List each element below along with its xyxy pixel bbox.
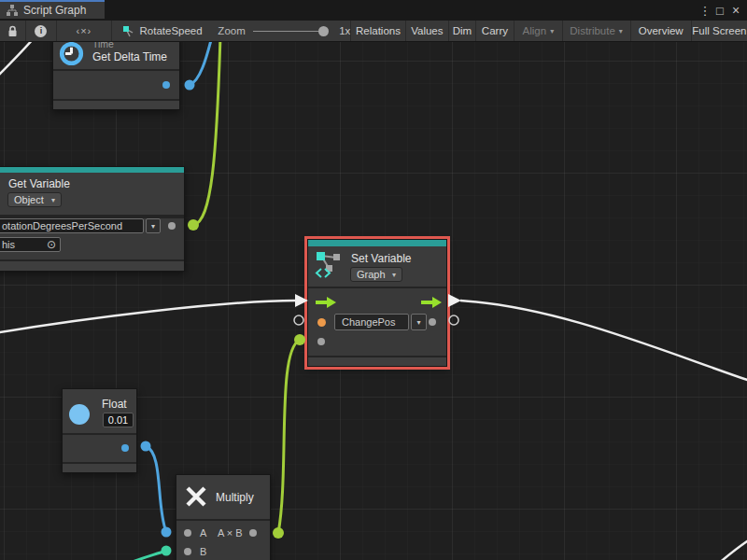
node-multiply[interactable]: Multiply A A × B B: [176, 474, 271, 560]
unconnected-port-left: [294, 315, 303, 325]
flow-arrowhead-left: [295, 294, 308, 307]
variable-name-field[interactable]: ChangePos: [334, 314, 409, 330]
unity-script-graph-window: Script Graph ⋮ □ × i ‹×› Rotate: [0, 0, 747, 560]
toolbar-button-relations[interactable]: Relations: [350, 21, 405, 41]
info-icon: i: [35, 25, 47, 37]
clock-icon: [59, 42, 84, 66]
endpoint-delta-time: [185, 80, 195, 91]
tab-script-graph[interactable]: Script Graph: [0, 0, 105, 19]
value-connection-delta-time-up: [190, 42, 212, 85]
toolbar-button-values[interactable]: Values: [406, 21, 449, 41]
lock-button[interactable]: [0, 21, 26, 41]
toolbar-button-overview[interactable]: Overview: [631, 21, 692, 41]
variable-name-dropdown-button[interactable]: ▾: [146, 218, 161, 233]
chevron-down-icon: ▾: [550, 27, 554, 35]
lock-icon: [7, 25, 18, 37]
port-float-output[interactable]: [121, 444, 129, 452]
port-label-a: A: [200, 527, 206, 539]
toolbar-button-carry[interactable]: Carry: [476, 21, 514, 41]
flow-connection-topleft: [0, 42, 34, 77]
value-connection-multiply-to-set-variable: [278, 340, 300, 533]
variable-scope-dropdown[interactable]: Object ▾: [7, 192, 62, 207]
node-float[interactable]: Float 0.01: [62, 388, 137, 473]
endpoint-multiply-b: [162, 546, 172, 556]
flow-output-arrow[interactable]: [421, 296, 442, 309]
endpoint-set-variable-input: [294, 334, 305, 345]
variable-scope-dropdown[interactable]: Graph ▾: [350, 267, 402, 282]
zoom-label: Zoom: [218, 25, 245, 36]
node-title: Multiply: [216, 491, 254, 504]
object-picker-icon[interactable]: ⊙: [47, 240, 56, 249]
graph-toolbar: i ‹×› RotateSpeed Zoom 1x Relations Valu…: [0, 21, 747, 42]
set-variable-icon: [314, 250, 342, 278]
flow-arrowhead-right: [448, 294, 461, 307]
chevron-down-icon: ▾: [51, 196, 55, 204]
node-title: Get Variable: [8, 177, 70, 190]
port-variable-value-output[interactable]: [168, 222, 176, 230]
variable-name-field[interactable]: otationDegreesPerSecond: [0, 218, 144, 233]
script-graph-tab-icon: [7, 5, 18, 16]
toolbar-button-fullscreen[interactable]: Full Screen: [692, 21, 747, 41]
port-label-b: B: [200, 546, 206, 557]
node-category: Time: [92, 42, 114, 49]
port-multiply-result-output[interactable]: [249, 529, 257, 537]
flow-connection-out-of-set-variable: [460, 301, 747, 382]
port-variable-value-input[interactable]: [317, 338, 325, 345]
chevron-down-icon: ▾: [416, 318, 420, 327]
tab-bar: Script Graph ⋮ □ ×: [0, 0, 747, 21]
node-title: Float: [102, 398, 127, 411]
chevron-down-icon: ▾: [619, 27, 623, 35]
zoom-slider[interactable]: [253, 31, 322, 32]
endpoint-multiply-output: [273, 527, 284, 539]
toolbar-button-dim[interactable]: Dim: [449, 21, 476, 41]
breadcrumb[interactable]: RotateSpeed: [112, 21, 205, 41]
zoom-control: Zoom 1x: [204, 21, 350, 41]
window-menu-icon[interactable]: ⋮: [698, 4, 712, 18]
endpoint-get-variable: [188, 219, 199, 231]
endpoint-float-output: [141, 441, 151, 452]
window-close-icon[interactable]: ×: [728, 3, 743, 18]
port-delta-time-output[interactable]: [162, 81, 170, 89]
flow-connection-into-set-variable: [0, 301, 296, 333]
chevron-down-icon: ▾: [151, 222, 155, 231]
window-maximize-icon[interactable]: □: [712, 4, 728, 18]
multiply-icon: [185, 485, 207, 508]
breadcrumb-label: RotateSpeed: [140, 25, 203, 36]
zoom-slider-handle[interactable]: [318, 26, 329, 36]
port-variable-value-output[interactable]: [429, 318, 436, 326]
flow-input-arrow[interactable]: [316, 296, 336, 309]
variable-node-accent: [308, 240, 446, 246]
endpoint-multiply-a: [162, 527, 172, 538]
zoom-value: 1x: [339, 25, 350, 36]
float-icon: [69, 404, 90, 425]
flow-connection-bottomright: [717, 538, 747, 560]
code-icon: ‹×›: [76, 25, 92, 36]
info-button[interactable]: i: [26, 21, 58, 41]
port-multiply-a-input[interactable]: [184, 529, 191, 537]
node-title: Set Variable: [351, 252, 411, 265]
unconnected-port-right: [449, 315, 458, 325]
value-connection-float-to-multiply-a: [146, 446, 166, 532]
port-label-result: A × B: [218, 527, 243, 539]
toolbar-button-align[interactable]: Align▾: [514, 21, 562, 41]
node-title: Get Delta Time: [92, 50, 167, 63]
node-set-variable[interactable]: Set Variable Graph ▾ ChangePos ▾: [307, 239, 447, 367]
tab-label: Script Graph: [23, 4, 86, 17]
value-connection-get-variable-up: [193, 42, 220, 225]
toolbar-button-distribute[interactable]: Distribute▾: [563, 21, 631, 41]
graph-node-icon: [122, 25, 134, 37]
variable-object-field[interactable]: his ⊙: [0, 237, 61, 252]
chevron-down-icon: ▾: [392, 271, 396, 279]
value-connection-into-multiply-b: [103, 551, 166, 560]
node-get-delta-time[interactable]: Time Get Delta Time: [52, 42, 180, 110]
graph-canvas[interactable]: Time Get Delta Time Get Variable Object …: [0, 42, 747, 560]
port-variable-name-input[interactable]: [317, 318, 326, 327]
code-view-button[interactable]: ‹×›: [57, 21, 111, 41]
node-get-variable[interactable]: Get Variable Object ▾ otationDegreesPerS…: [0, 166, 185, 272]
float-value-field[interactable]: 0.01: [103, 413, 134, 427]
port-multiply-b-input[interactable]: [184, 548, 191, 555]
variable-name-dropdown-button[interactable]: ▾: [411, 314, 427, 330]
